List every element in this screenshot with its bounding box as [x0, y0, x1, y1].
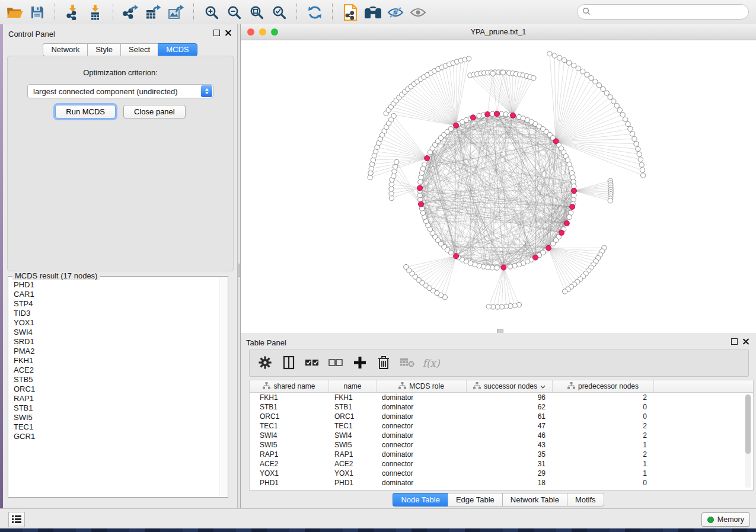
cell-name[interactable]: ORC1 — [329, 412, 377, 421]
cell-predecessor-nodes[interactable]: 0 — [553, 403, 654, 411]
close-panel-button[interactable]: Close panel — [123, 105, 186, 118]
mcds-result-item[interactable]: STB5 — [14, 375, 219, 384]
cell-shared-name[interactable]: ACE2 — [250, 460, 329, 468]
column-header-successor-nodes[interactable]: successor nodes — [467, 380, 553, 392]
cell-predecessor-nodes[interactable]: 2 — [553, 422, 654, 430]
cell-shared-name[interactable]: SWI4 — [250, 431, 329, 440]
cell-name[interactable]: STB1 — [329, 403, 377, 411]
open-file-button[interactable] — [4, 2, 26, 23]
tab-node-table[interactable]: Node Table — [393, 493, 448, 507]
cell-MCDS-role[interactable]: dominator — [377, 403, 467, 411]
cell-name[interactable]: SWI4 — [329, 431, 377, 440]
network-canvas[interactable] — [241, 40, 756, 333]
table-scrollbar-thumb[interactable] — [745, 395, 751, 454]
cell-MCDS-role[interactable]: dominator — [377, 450, 467, 459]
mcds-result-item[interactable]: RAP1 — [14, 394, 219, 403]
table-row[interactable]: YOX1YOX1connector291 — [250, 469, 753, 478]
add-column-button[interactable] — [349, 352, 371, 374]
delete-column-button[interactable] — [373, 352, 394, 374]
mcds-result-item[interactable]: SWI5 — [14, 413, 219, 422]
mcds-result-item[interactable]: GCR1 — [14, 432, 219, 441]
cell-shared-name[interactable]: PHD1 — [250, 479, 329, 487]
mcds-result-item[interactable]: TEC1 — [14, 422, 219, 432]
cell-name[interactable]: YOX1 — [329, 469, 377, 477]
cell-shared-name[interactable]: YOX1 — [250, 469, 329, 477]
tab-edge-table[interactable]: Edge Table — [448, 493, 502, 507]
column-header-name[interactable]: name — [329, 380, 377, 392]
close-panel-icon[interactable] — [742, 338, 749, 345]
table-row[interactable]: STB1STB1dominator620 — [250, 402, 753, 412]
cell-successor-nodes[interactable]: 62 — [467, 403, 553, 411]
cell-successor-nodes[interactable]: 43 — [467, 441, 553, 449]
zoom-fit-button[interactable] — [245, 2, 268, 23]
settings-gear-button[interactable] — [254, 352, 276, 374]
cell-successor-nodes[interactable]: 31 — [467, 460, 553, 468]
cell-successor-nodes[interactable]: 61 — [467, 412, 553, 421]
table-row[interactable]: ORC1ORC1dominator610 — [250, 412, 753, 421]
zoom-selected-button[interactable] — [268, 2, 291, 23]
mcds-result-item[interactable]: ORC1 — [14, 384, 219, 394]
mcds-result-item[interactable]: STB1 — [14, 403, 219, 413]
export-table-button[interactable] — [142, 2, 165, 23]
cell-MCDS-role[interactable]: connector — [377, 469, 467, 477]
cell-successor-nodes[interactable]: 18 — [467, 479, 553, 487]
cell-shared-name[interactable]: RAP1 — [250, 450, 329, 459]
table-row[interactable]: TEC1TEC1connector472 — [250, 421, 753, 431]
tab-mcds[interactable]: MCDS — [158, 43, 197, 56]
criterion-select[interactable]: largest connected component (undirected) — [27, 84, 213, 98]
mcds-list-scrollbar[interactable] — [219, 277, 227, 496]
table-row[interactable]: ACE2ACE2connector311 — [250, 459, 753, 469]
mcds-result-item[interactable]: PHD1 — [14, 280, 219, 290]
mcds-result-item[interactable]: PMA2 — [14, 347, 219, 356]
tab-style[interactable]: Style — [87, 43, 120, 56]
import-network-button[interactable] — [62, 2, 84, 23]
table-scrollbar[interactable] — [745, 393, 751, 488]
cell-predecessor-nodes[interactable]: 1 — [553, 460, 654, 468]
cell-name[interactable]: FKH1 — [329, 393, 377, 402]
export-image-button[interactable] — [165, 2, 187, 23]
float-panel-icon[interactable] — [731, 338, 738, 345]
run-mcds-button[interactable]: Run MCDS — [55, 105, 116, 118]
network-graph[interactable] — [241, 40, 756, 333]
cell-name[interactable]: ACE2 — [329, 460, 377, 468]
cell-MCDS-role[interactable]: dominator — [377, 393, 467, 402]
float-panel-icon[interactable] — [213, 30, 220, 36]
cell-name[interactable]: PHD1 — [329, 479, 377, 487]
cell-predecessor-nodes[interactable]: 0 — [553, 479, 654, 487]
mcds-result-item[interactable]: ACE2 — [14, 366, 219, 375]
mcds-result-item[interactable]: CAR1 — [14, 290, 219, 299]
zoom-in-button[interactable] — [200, 2, 223, 23]
mcds-result-item[interactable]: SWI4 — [14, 328, 219, 337]
cell-name[interactable]: RAP1 — [329, 450, 377, 459]
cell-name[interactable]: TEC1 — [329, 422, 377, 430]
tab-network[interactable]: Network — [43, 43, 87, 56]
memory-button[interactable]: Memory — [701, 512, 750, 527]
export-network-button[interactable] — [120, 2, 142, 23]
mcds-result-item[interactable]: FKH1 — [14, 356, 219, 366]
table-row[interactable]: FKH1FKH1dominator962 — [250, 393, 753, 402]
table-row[interactable]: PHD1PHD1dominator180 — [250, 478, 753, 488]
cell-shared-name[interactable]: STB1 — [250, 403, 329, 411]
table-row[interactable]: RAP1RAP1dominator352 — [250, 450, 753, 459]
cell-predecessor-nodes[interactable]: 2 — [553, 450, 654, 459]
table-row[interactable]: SWI5SWI5connector431 — [250, 440, 753, 450]
mcds-result-item[interactable]: STP4 — [14, 299, 219, 309]
select-all-button[interactable] — [302, 352, 323, 374]
splitter-grip[interactable] — [238, 264, 240, 277]
cell-successor-nodes[interactable]: 46 — [467, 431, 553, 440]
cell-shared-name[interactable]: TEC1 — [250, 422, 329, 430]
cell-predecessor-nodes[interactable]: 2 — [553, 431, 654, 440]
tab-network-table[interactable]: Network Table — [502, 493, 567, 507]
column-header-predecessor-nodes[interactable]: predecessor nodes — [553, 380, 654, 392]
task-history-button[interactable] — [8, 512, 25, 527]
import-table-button[interactable] — [84, 2, 107, 23]
cell-MCDS-role[interactable]: connector — [377, 422, 467, 430]
refresh-view-button[interactable] — [304, 2, 326, 23]
cell-shared-name[interactable]: FKH1 — [250, 393, 329, 402]
mcds-result-item[interactable]: TID3 — [14, 309, 219, 318]
save-session-button[interactable] — [26, 2, 49, 23]
hide-selected-button[interactable] — [384, 2, 407, 23]
cell-name[interactable]: SWI5 — [329, 441, 377, 449]
cell-predecessor-nodes[interactable]: 1 — [553, 441, 654, 449]
search-again-button[interactable] — [362, 2, 384, 23]
